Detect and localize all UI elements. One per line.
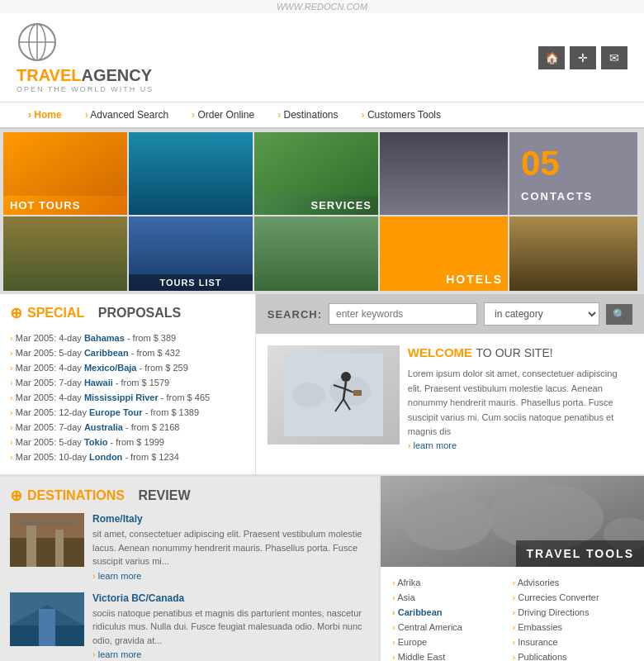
hot-tours-cell[interactable]: HOT TOURS [3,132,127,215]
proposal-date: Mar 2005: 5-day [16,437,84,447]
welcome-section: WELCOME TO OUR SITE! Lorem ipsum dolor s… [256,334,644,463]
destinations-section: ⊕ DESTINATIONS REVIEW Rome/Italy sit ame… [0,476,380,661]
list-item: Mar 2005: 4-day Mississippi River - from… [10,390,245,405]
tool-asia[interactable]: Asia [392,590,513,605]
dest-name-rome: Rome/Italy [92,513,369,525]
watermark: WWW.REDOCN.COM [0,0,644,13]
logo-text: TRAVELAGENCY [17,66,154,85]
welcome-body: Lorem ipsum dolor sit amet, consectetuer… [408,367,632,440]
proposal-link[interactable]: Caribbean [84,348,129,358]
globe-icon [17,21,58,63]
globe-icon-small: ⊕ [10,304,22,322]
nav-customers-tools[interactable]: Customers Tools [350,102,453,127]
search-input[interactable] [329,303,477,325]
nav-advanced-search[interactable]: Advanced Search [73,102,180,127]
dest-learn-victoria[interactable]: learn more [92,649,369,659]
list-item: Mar 2005: 4-day Bahamas - from $ 389 [10,330,245,345]
destinations-title: ⊕ DESTINATIONS REVIEW [10,487,369,505]
tool-central-america[interactable]: Central America [392,620,513,635]
sunset-cell[interactable] [509,216,637,291]
home-icon-button[interactable]: 🏠 [538,46,565,69]
email-icon-button[interactable]: ✉ [601,46,627,69]
tool-currencies[interactable]: Currecies Converter [513,590,633,605]
fish-cell[interactable] [129,132,253,215]
dest-desc-victoria: sociis natoque penatibus et magnis dis p… [92,606,369,648]
svg-rect-16 [10,538,84,567]
svg-rect-17 [26,525,36,567]
list-item: Mar 2005: 4-day Mexico/Baja - from $ 259 [10,360,245,375]
logo-area: TRAVELAGENCY OPEN THE WORLD WITH US [17,21,154,93]
svg-point-30 [401,492,492,550]
proposal-link[interactable]: Hawaii [84,378,113,388]
tool-caribbean[interactable]: Caribbean [392,605,513,620]
tool-embassies[interactable]: Embassies [513,620,633,635]
tool-advisories[interactable]: Advisories [513,575,633,590]
search-button[interactable]: 🔍 [606,304,632,325]
nav-destinations[interactable]: Destinations [266,102,349,127]
proposal-link[interactable]: Mexico/Baja [84,363,137,373]
dest-item-victoria: Victoria BC/Canada sociis natoque penati… [10,592,369,660]
dest-thumb-2 [10,592,84,646]
list-item: Mar 2005: 5-day Tokio - from $ 1999 [10,435,245,449]
dest-info-victoria: Victoria BC/Canada sociis natoque penati… [92,592,369,660]
lower-section: ⊕ DESTINATIONS REVIEW Rome/Italy sit ame… [0,474,644,661]
tools-right-col: Advisories Currecies Converter Driving D… [513,575,633,661]
right-section: SEARCH: in category 🔍 [256,294,644,474]
proposal-link[interactable]: Mississippi River [84,392,159,402]
svg-rect-23 [39,609,55,646]
tool-insurance[interactable]: Insurance [513,635,633,649]
svg-rect-19 [18,521,76,525]
svg-point-5 [292,383,325,407]
tool-europe[interactable]: Europe [392,635,513,649]
destinations-content: ⊕ DESTINATIONS REVIEW Rome/Italy sit ame… [0,476,379,661]
proposal-link[interactable]: London [89,452,122,462]
proposal-link[interactable]: Australia [84,422,123,432]
tools-header: TRAVEL TOOLS [381,476,644,567]
middle-section: ⊕ SPECIAL PROPOSALS Mar 2005: 4-day Baha… [0,294,644,474]
logo-tagline: OPEN THE WORLD WITH US [17,85,154,93]
proposal-date: Mar 2005: 5-day [16,348,84,358]
proposal-link[interactable]: Bahamas [84,333,125,343]
welcome-learn-more[interactable]: learn more [408,440,457,450]
header: TRAVELAGENCY OPEN THE WORLD WITH US 🏠 ✛ … [0,13,644,102]
bridge-cell[interactable] [380,132,508,215]
tool-driving-directions[interactable]: Driving Directions [513,605,633,620]
proposal-rest: - from $ 259 [136,363,187,373]
proposal-rest: - from $ 465 [159,392,210,402]
tools-header-label: TRAVEL TOOLS [516,540,644,567]
proposal-rest: - from $ 1999 [107,437,163,447]
proposal-rest: - from $ 1389 [143,407,199,417]
tours-list-cell[interactable]: TOURS LIST [129,216,253,291]
proposal-rest: - from $ 389 [125,333,176,343]
svg-point-7 [341,372,351,382]
tool-publications[interactable]: Publications [513,649,633,661]
category-select[interactable]: in category [484,302,599,326]
svg-rect-18 [55,530,64,567]
proposal-rest: - from $ 1234 [122,452,178,462]
nav-order-online[interactable]: Order Online [180,102,266,127]
nav-home[interactable]: Home [17,102,73,127]
boats-cell[interactable] [254,216,378,291]
main-nav: Home Advanced Search Order Online Destin… [0,102,644,129]
dest-learn-rome[interactable]: learn more [92,571,369,581]
palm-cell[interactable] [3,216,127,291]
tours-list-label: TOURS LIST [129,274,253,291]
hotels-cell[interactable]: HOTELS [380,216,508,291]
globe-icon-dest: ⊕ [10,487,22,505]
services-cell[interactable]: SERVICES [254,132,378,215]
proposal-date: Mar 2005: 7-day [16,378,84,388]
list-item: Mar 2005: 7-day Australia - from $ 2168 [10,420,245,435]
tool-afrika[interactable]: Afrika [392,575,513,590]
contacts-number: 05 [514,137,632,190]
proposal-link[interactable]: Europe Tour [89,407,143,417]
contacts-cell[interactable]: 05 CONTACTS [509,132,637,215]
special-title: ⊕ SPECIAL PROPOSALS [10,304,245,322]
tool-middle-east[interactable]: Middle East [392,649,513,661]
list-item: Mar 2005: 5-day Caribbean - from $ 432 [10,345,245,360]
map-icon-button[interactable]: ✛ [570,46,596,69]
dest-item-rome: Rome/Italy sit amet, consectetuer adipis… [10,513,369,581]
banner-grid: HOT TOURS SERVICES 05 CONTACTS TOURS LIS… [0,129,644,294]
services-label: SERVICES [254,196,378,215]
proposal-rest: - from $ 1579 [113,378,169,388]
proposal-link[interactable]: Tokio [84,437,108,447]
